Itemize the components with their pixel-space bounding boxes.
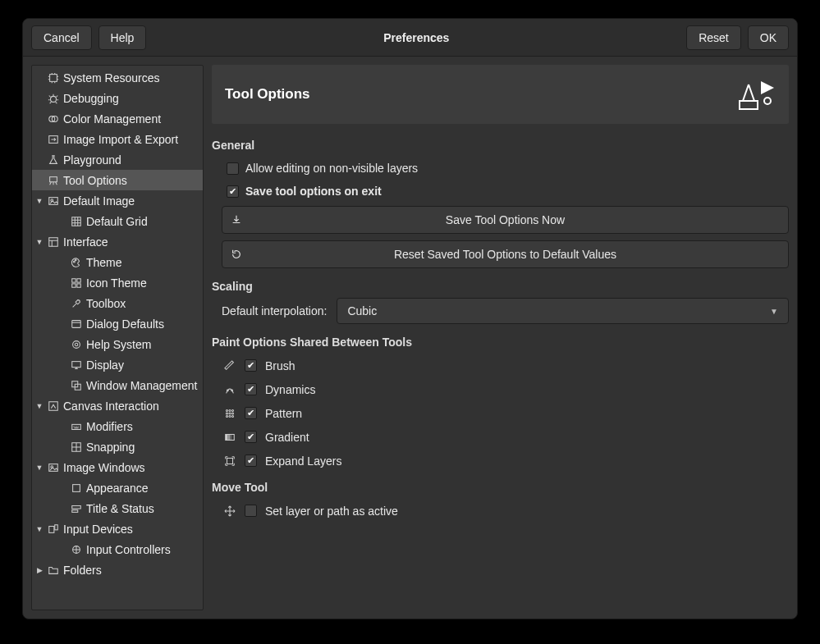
- tree-item-label: Image Import & Export: [63, 133, 178, 146]
- tree-item-system-resources[interactable]: System Resources: [32, 67, 203, 88]
- inout-icon: [47, 133, 60, 146]
- tag-icon: [70, 502, 83, 515]
- svg-line-35: [749, 84, 754, 101]
- section-paint-shared-title: Paint Options Shared Between Tools: [212, 336, 789, 349]
- tree-item-default-image[interactable]: ▼Default Image: [32, 190, 203, 211]
- tree-item-interface[interactable]: ▼Interface: [32, 231, 203, 252]
- dialog-icon: [70, 317, 83, 331]
- tree-item-canvas-interaction[interactable]: ▼Canvas Interaction: [32, 395, 203, 416]
- expand-icon: [223, 454, 236, 468]
- svg-rect-0: [50, 74, 57, 81]
- devices-icon: [47, 523, 60, 536]
- tree-item-label: Color Management: [63, 112, 161, 126]
- tree-item-icon-theme[interactable]: Icon Theme: [32, 272, 203, 293]
- svg-point-43: [226, 412, 227, 413]
- panel-icon: [47, 235, 60, 249]
- chevron-down-icon[interactable]: ▼: [34, 195, 45, 207]
- allow-editing-row[interactable]: Allow editing on non-visible layers: [212, 157, 789, 180]
- tree-item-label: Playground: [63, 153, 121, 167]
- tree-item-image-import-export[interactable]: Image Import & Export: [32, 129, 203, 149]
- paint-shared-gradient-checkbox[interactable]: [245, 431, 257, 443]
- tree-item-appearance[interactable]: Appearance: [32, 477, 203, 498]
- svg-point-46: [226, 415, 227, 417]
- tree-item-label: System Resources: [63, 71, 159, 84]
- palette-icon: [70, 256, 83, 269]
- chevron-right-icon[interactable]: ▶: [34, 564, 45, 576]
- svg-marker-36: [761, 81, 774, 94]
- reset-tool-options-button[interactable]: Reset Saved Tool Options to Default Valu…: [222, 240, 789, 268]
- tree-item-window-management[interactable]: Window Management: [32, 375, 203, 395]
- paint-shared-expand-layers-checkbox[interactable]: [245, 454, 257, 467]
- paint-shared-dynamics-checkbox[interactable]: [245, 383, 257, 395]
- tree-item-snapping[interactable]: Snapping: [32, 436, 203, 457]
- tree-item-title-status[interactable]: Title & Status: [32, 498, 203, 518]
- paint-shared-pattern-row[interactable]: Pattern: [212, 401, 789, 425]
- tree-item-theme[interactable]: Theme: [32, 252, 203, 272]
- save-on-exit-row[interactable]: Save tool options on exit: [212, 180, 789, 203]
- svg-rect-22: [49, 401, 58, 410]
- tree-item-tool-options[interactable]: Tool Options: [32, 170, 203, 190]
- tree-item-folders[interactable]: ▶Folders: [32, 560, 203, 580]
- tree-item-modifiers[interactable]: Modifiers: [32, 416, 203, 436]
- svg-rect-27: [73, 484, 80, 491]
- allow-editing-checkbox[interactable]: [227, 162, 239, 175]
- page-title: Tool Options: [225, 86, 310, 103]
- preferences-window: Cancel Help Preferences Reset OK System …: [22, 18, 798, 619]
- tree-item-input-devices[interactable]: ▼Input Devices: [32, 518, 203, 539]
- paint-shared-brush-checkbox[interactable]: [245, 359, 257, 372]
- tree-item-dialog-defaults[interactable]: Dialog Defaults: [32, 313, 203, 334]
- chevron-down-icon[interactable]: ▼: [34, 523, 45, 535]
- cancel-button[interactable]: Cancel: [31, 25, 92, 50]
- tree-item-label: Appearance: [86, 482, 149, 495]
- paint-shared-dynamics-row[interactable]: Dynamics: [212, 377, 789, 401]
- easel-icon: [47, 174, 60, 187]
- set-active-row[interactable]: Set layer or path as active: [212, 499, 789, 523]
- tree-item-input-controllers[interactable]: Input Controllers: [32, 539, 203, 560]
- svg-point-1: [51, 96, 57, 102]
- svg-rect-13: [77, 278, 80, 281]
- paint-shared-expand-layers-row[interactable]: Expand Layers: [212, 449, 789, 473]
- tree-item-debugging[interactable]: Debugging: [32, 88, 203, 108]
- svg-rect-50: [227, 434, 230, 440]
- nav-tree[interactable]: System ResourcesDebuggingColor Managemen…: [31, 65, 204, 610]
- paint-shared-brush-row[interactable]: Brush: [212, 354, 789, 377]
- save-on-exit-checkbox[interactable]: [227, 185, 239, 198]
- save-tool-options-now-button[interactable]: Save Tool Options Now: [222, 206, 789, 234]
- tree-item-toolbox[interactable]: Toolbox: [32, 293, 203, 313]
- svg-point-11: [75, 259, 76, 261]
- reset-button[interactable]: Reset: [686, 25, 741, 50]
- tree-item-label: Input Devices: [63, 523, 133, 536]
- save-tool-options-now-label: Save Tool Options Now: [222, 213, 788, 226]
- move-icon: [223, 505, 236, 518]
- paint-shared-pattern-checkbox[interactable]: [245, 407, 257, 419]
- tree-item-color-management[interactable]: Color Management: [32, 108, 203, 129]
- tree-item-display[interactable]: Display: [32, 354, 203, 375]
- svg-rect-19: [72, 361, 81, 367]
- svg-rect-15: [77, 283, 80, 286]
- paint-shared-list: BrushDynamicsPatternGradientExpand Layer…: [212, 354, 789, 473]
- reset-tool-options-label: Reset Saved Tool Options to Default Valu…: [222, 248, 788, 261]
- canvas-icon: [47, 400, 60, 413]
- save-icon: [222, 214, 250, 226]
- window-title: Preferences: [153, 31, 680, 44]
- content-area: System ResourcesDebuggingColor Managemen…: [23, 57, 797, 619]
- svg-point-37: [764, 98, 771, 104]
- paint-shared-brush-label: Brush: [265, 359, 295, 372]
- interp-select[interactable]: Cubic ▼: [337, 298, 789, 324]
- section-scaling-title: Scaling: [212, 280, 789, 293]
- chevron-down-icon[interactable]: ▼: [34, 462, 45, 473]
- tree-item-playground[interactable]: Playground: [32, 149, 203, 170]
- help-button[interactable]: Help: [98, 25, 147, 50]
- ok-button[interactable]: OK: [748, 25, 789, 50]
- chevron-down-icon[interactable]: ▼: [34, 400, 45, 412]
- tree-item-default-grid[interactable]: Default Grid: [32, 211, 203, 231]
- paint-shared-gradient-row[interactable]: Gradient: [212, 425, 789, 449]
- tree-item-image-windows[interactable]: ▼Image Windows: [32, 457, 203, 477]
- set-active-checkbox[interactable]: [245, 505, 257, 517]
- interp-value: Cubic: [347, 304, 377, 317]
- chevron-down-icon[interactable]: ▼: [34, 236, 45, 248]
- tree-item-label: Tool Options: [63, 174, 127, 187]
- svg-point-17: [73, 340, 80, 348]
- tree-item-help-system[interactable]: Help System: [32, 334, 203, 354]
- tree-item-label: Debugging: [63, 92, 119, 105]
